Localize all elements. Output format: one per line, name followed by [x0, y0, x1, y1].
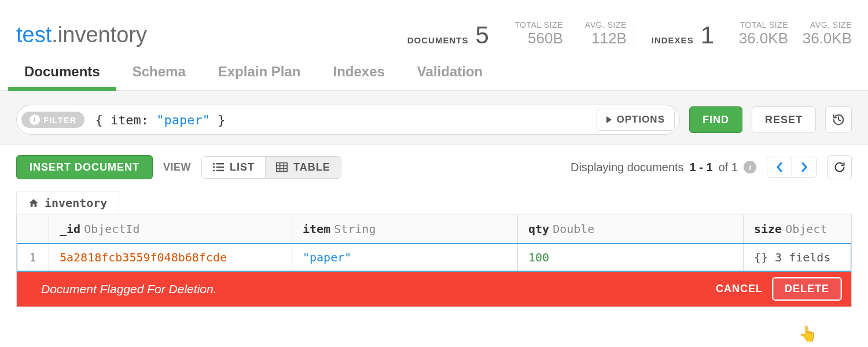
indexes-count: 1 [701, 23, 714, 47]
chevron-left-icon [775, 162, 784, 172]
namespace-coll: inventory [58, 23, 147, 47]
namespace-title: test.inventory [16, 23, 147, 47]
list-icon [212, 162, 224, 172]
pager [767, 157, 817, 178]
svg-point-0 [213, 163, 215, 165]
tab-explain[interactable]: Explain Plan [202, 56, 317, 90]
cell-qty[interactable]: 100 [528, 250, 549, 264]
history-icon [832, 113, 845, 126]
table-row[interactable]: 1 5a2818fcb3559f048b68fcde "paper" 100 {… [17, 243, 851, 271]
svg-rect-1 [216, 163, 224, 165]
page-prev-button[interactable] [767, 157, 792, 177]
page-next-button[interactable] [792, 157, 816, 177]
col-qty[interactable]: qtyDouble [518, 215, 744, 243]
reset-button[interactable]: RESET [752, 106, 816, 133]
delete-button[interactable]: DELETE [772, 277, 842, 301]
tab-validation[interactable]: Validation [401, 56, 499, 90]
documents-avg-size: 112B [591, 29, 627, 47]
indexes-avg-size: 36.0KB [803, 29, 852, 47]
tabs: Documents Schema Explain Plan Indexes Va… [0, 56, 868, 91]
svg-rect-3 [216, 167, 224, 168]
documents-total-size-label: TOTAL SIZE [514, 20, 562, 29]
options-button[interactable]: OPTIONS [597, 109, 675, 131]
history-button[interactable] [825, 106, 852, 133]
view-label: VIEW [163, 161, 191, 174]
documents-count: 5 [475, 23, 488, 47]
documents-avg-size-label: AVG. SIZE [585, 20, 627, 29]
tab-documents[interactable]: Documents [8, 56, 116, 91]
home-icon [28, 198, 39, 208]
table-icon [276, 162, 288, 172]
col-item[interactable]: itemString [292, 215, 518, 243]
find-button[interactable]: FIND [689, 106, 742, 133]
documents-total-size: 560B [528, 29, 563, 47]
svg-rect-5 [216, 170, 224, 172]
breadcrumb-tab[interactable]: inventory [16, 191, 119, 215]
filter-pill: i FILTER [21, 112, 84, 128]
svg-point-4 [213, 169, 215, 171]
cancel-button[interactable]: CANCEL [716, 283, 763, 295]
view-list-button[interactable]: LIST [202, 157, 265, 178]
view-table-button[interactable]: TABLE [265, 157, 341, 178]
row-number: 1 [17, 243, 49, 271]
insert-document-button[interactable]: INSERT DOCUMENT [16, 155, 153, 179]
info-icon: i [744, 161, 756, 174]
tab-schema[interactable]: Schema [116, 56, 202, 90]
indexes-total-size-label: TOTAL SIZE [740, 20, 788, 29]
banner-message: Document Flagged For Deletion. [26, 282, 217, 296]
filter-pill-label: FILTER [43, 115, 76, 125]
chevron-right-icon [800, 162, 808, 172]
namespace-db: test [16, 23, 52, 47]
cell-id[interactable]: 5a2818fcb3559f048b68fcde [60, 250, 227, 264]
documents-table: _idObjectId itemString qtyDouble sizeObj… [16, 215, 852, 307]
tab-indexes[interactable]: Indexes [317, 56, 400, 90]
indexes-avg-size-label: AVG. SIZE [810, 20, 852, 29]
col-rownum [17, 215, 49, 243]
col-id[interactable]: _idObjectId [49, 215, 292, 243]
filter-input-container[interactable]: i FILTER { item: "paper" } OPTIONS [16, 105, 680, 135]
cell-size[interactable]: {} 3 fields [754, 250, 830, 264]
svg-point-2 [213, 166, 215, 168]
display-info: Displaying documents 1 - 1 of 1 i [571, 161, 756, 174]
view-toggle: LIST TABLE [201, 156, 341, 179]
svg-rect-6 [277, 163, 287, 172]
filter-query[interactable]: { item: "paper" } [84, 113, 597, 127]
cell-item[interactable]: "paper" [303, 250, 351, 264]
deletion-banner: Document Flagged For Deletion. CANCEL DE… [17, 271, 851, 307]
refresh-button[interactable] [827, 155, 852, 179]
refresh-icon [834, 161, 845, 173]
indexes-stat-label: INDEXES [652, 35, 694, 47]
col-size[interactable]: sizeObject [744, 215, 851, 243]
info-icon: i [30, 115, 40, 125]
documents-stat-label: DOCUMENTS [407, 35, 469, 47]
indexes-total-size: 36.0KB [739, 29, 788, 47]
caret-right-icon [606, 116, 612, 123]
